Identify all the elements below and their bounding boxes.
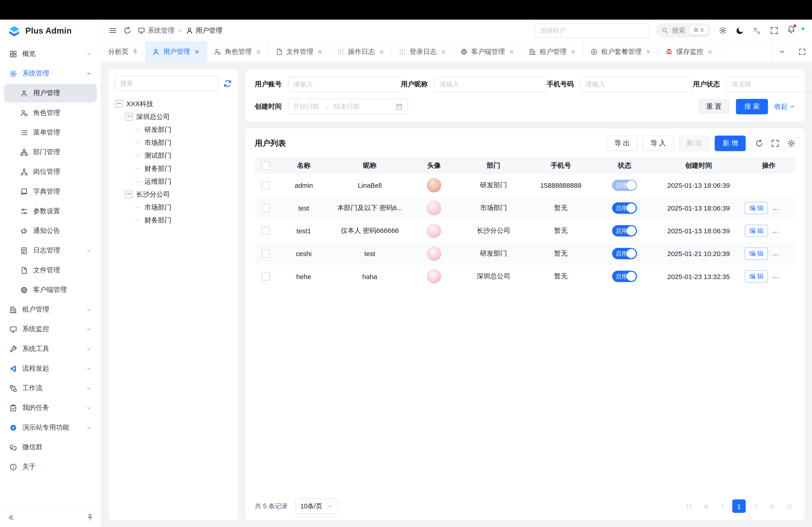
- sidebar-item-dict-management[interactable]: 字典管理: [4, 182, 97, 201]
- tree-node-0[interactable]: XXX科技: [115, 97, 232, 110]
- close-icon[interactable]: [645, 49, 652, 55]
- tenant-select-input[interactable]: [534, 23, 649, 37]
- status-toggle[interactable]: 启用: [612, 248, 637, 259]
- table-row[interactable]: test1仅本人 密码666666长沙分公司暂无启用2025-01-13 18:…: [255, 219, 796, 242]
- page-back5-button[interactable]: [699, 499, 712, 513]
- sidebar-pin-button[interactable]: [86, 514, 93, 521]
- sidebar-item-overview[interactable]: 概览: [4, 44, 97, 63]
- tab-operation-log[interactable]: 操作日志: [331, 42, 392, 62]
- sidebar-item-log-management[interactable]: 日志管理: [4, 241, 97, 260]
- table-row[interactable]: ceshitest研发部门暂无启用2025-01-21 10:20:39编 辑删…: [255, 242, 796, 265]
- close-icon[interactable]: [509, 49, 515, 55]
- page-size-select[interactable]: 10条/页: [295, 498, 338, 514]
- tree-node-6[interactable]: 运维部门: [115, 175, 232, 188]
- tree-node-1[interactable]: 深圳总公司: [115, 110, 232, 123]
- tab-tenant-package[interactable]: 租户套餐管理: [584, 42, 659, 62]
- sidebar-item-demo-features[interactable]: 演示站专用功能: [4, 418, 97, 437]
- sidebar-item-my-tasks[interactable]: 我的任务: [4, 398, 97, 417]
- close-icon[interactable]: [255, 49, 262, 55]
- table-row[interactable]: hehehaha深圳总公司暂无启用2025-01-23 13:32:35编 辑删…: [255, 265, 796, 288]
- tab-role-management[interactable]: 角色管理: [207, 42, 269, 62]
- status-toggle[interactable]: 启用: [612, 271, 637, 282]
- export-button[interactable]: 导 出: [607, 136, 638, 151]
- close-icon[interactable]: [194, 49, 200, 55]
- close-icon[interactable]: [570, 49, 577, 55]
- tree-expander-icon[interactable]: [125, 191, 132, 198]
- sidebar-collapse-button[interactable]: [7, 514, 14, 521]
- tab-tenant-management[interactable]: 租户管理: [522, 42, 583, 62]
- table-refresh-icon[interactable]: [755, 139, 763, 148]
- tab-login-log[interactable]: 登录日志: [392, 42, 453, 62]
- row-edit-button[interactable]: 编 辑: [745, 202, 768, 214]
- notification-bell[interactable]: [787, 25, 796, 35]
- sidebar-item-system-management[interactable]: 系统管理: [4, 64, 97, 83]
- collapse-filters-link[interactable]: 收起: [774, 102, 795, 111]
- dark-mode-moon-icon[interactable]: [736, 26, 744, 34]
- tree-node-4[interactable]: 测试部门: [115, 149, 232, 162]
- sidebar-item-system-monitor[interactable]: 系统监控: [4, 320, 97, 338]
- delete-button[interactable]: 删 除: [679, 136, 710, 151]
- close-icon[interactable]: [378, 49, 385, 55]
- row-checkbox[interactable]: [261, 250, 270, 258]
- select-all-checkbox[interactable]: [261, 162, 270, 170]
- content-fullscreen-button[interactable]: [792, 42, 812, 62]
- translate-icon[interactable]: 文A: [753, 26, 761, 34]
- status-toggle[interactable]: 启用: [612, 180, 637, 191]
- row-checkbox[interactable]: [261, 227, 270, 235]
- sidebar-item-role-management[interactable]: 角色管理: [4, 104, 97, 122]
- global-search-button[interactable]: 搜索 ⌘ K: [655, 23, 710, 37]
- filter-phone-input[interactable]: [580, 77, 693, 92]
- tree-node-8[interactable]: 市场部门: [115, 201, 232, 214]
- filter-nickname-input[interactable]: [434, 77, 547, 92]
- table-row[interactable]: adminLinaBell研发部门15888888888启用2025-01-13…: [255, 174, 796, 197]
- close-icon[interactable]: [440, 49, 447, 55]
- sidebar-item-process-initiation[interactable]: 流程发起: [4, 359, 97, 378]
- sidebar-item-wechat-group[interactable]: 微信群: [4, 438, 97, 456]
- tree-expander-icon[interactable]: [115, 100, 123, 107]
- tree-node-7[interactable]: 长沙分公司: [115, 188, 232, 201]
- pin-icon[interactable]: [132, 49, 138, 55]
- filter-account-input[interactable]: [288, 77, 401, 92]
- table-row[interactable]: test本部门及以下 密码6...市场部门暂无启用2025-01-13 18:0…: [255, 197, 796, 219]
- sidebar-item-post-management[interactable]: 岗位管理: [4, 163, 97, 181]
- tab-dropdown-button[interactable]: [772, 42, 792, 62]
- sidebar-item-param-settings[interactable]: 参数设置: [4, 202, 97, 221]
- page-next-button[interactable]: [749, 499, 763, 513]
- search-button[interactable]: 搜 索: [736, 99, 768, 115]
- page-fwd5-button[interactable]: [765, 499, 779, 513]
- table-fullscreen-icon[interactable]: [771, 139, 780, 148]
- sidebar-item-about[interactable]: 关于: [4, 457, 97, 476]
- tab-file-management[interactable]: 文件管理: [269, 42, 331, 62]
- sidebar-item-file-management[interactable]: 文件管理: [4, 261, 97, 280]
- status-toggle[interactable]: 启用: [612, 225, 637, 237]
- row-edit-button[interactable]: 编 辑: [745, 270, 768, 283]
- tab-user-management[interactable]: 用户管理: [145, 42, 207, 62]
- gear-icon[interactable]: [719, 26, 727, 34]
- status-toggle[interactable]: 启用: [612, 202, 637, 214]
- tree-node-9[interactable]: 财务部门: [115, 214, 232, 227]
- sidebar-item-client-management[interactable]: 客户端管理: [4, 281, 97, 299]
- date-range-picker[interactable]: 开始日期 → 结束日期: [288, 99, 408, 115]
- tab-client-management[interactable]: 客户端管理: [453, 42, 522, 62]
- tab-analysis[interactable]: 分析页: [102, 42, 145, 62]
- sidebar-item-tenant-management[interactable]: 租户管理: [4, 300, 97, 319]
- tree-refresh-icon[interactable]: [223, 79, 232, 88]
- breadcrumb-item-user-management[interactable]: 用户管理: [186, 26, 222, 35]
- hamburger-menu-icon[interactable]: [109, 26, 117, 34]
- row-edit-button[interactable]: 编 辑: [745, 247, 768, 260]
- page-first-button[interactable]: [683, 499, 696, 513]
- fullscreen-icon[interactable]: [770, 26, 778, 34]
- close-icon[interactable]: [707, 49, 713, 55]
- page-prev-button[interactable]: [716, 499, 729, 513]
- tab-cache-monitor[interactable]: 缓存监控: [658, 42, 720, 62]
- filter-status-select[interactable]: 请选择: [726, 77, 812, 92]
- row-edit-button[interactable]: 编 辑: [745, 225, 768, 237]
- close-icon[interactable]: [317, 49, 323, 55]
- page-number-current[interactable]: 1: [732, 499, 746, 513]
- sidebar-item-system-tools[interactable]: 系统工具: [4, 340, 97, 358]
- page-last-button[interactable]: [782, 499, 796, 513]
- import-button[interactable]: 导 入: [643, 136, 674, 151]
- breadcrumb-item-system-management[interactable]: 系统管理: [138, 26, 175, 35]
- sidebar-item-dept-management[interactable]: 部门管理: [4, 143, 97, 162]
- sidebar-item-notice-announcement[interactable]: 通知公告: [4, 222, 97, 240]
